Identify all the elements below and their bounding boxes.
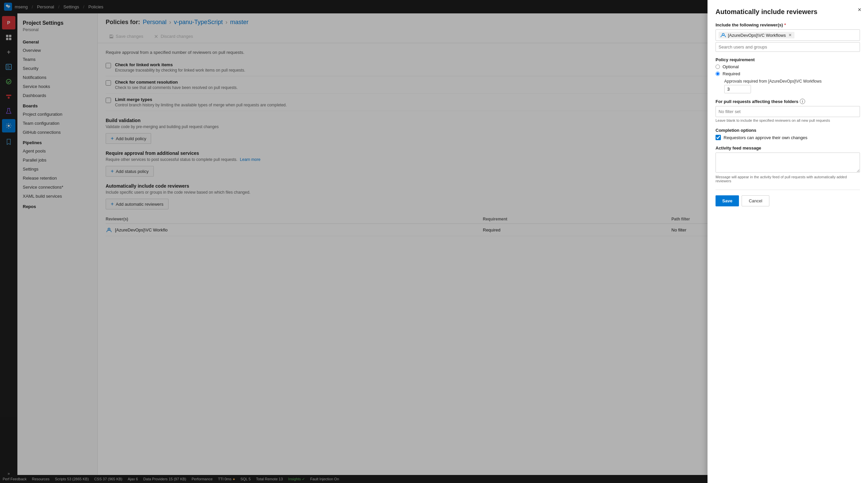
completion-checkbox[interactable] (716, 135, 721, 140)
folders-section: For pull requests affecting these folder… (716, 99, 860, 122)
reviewer-tag-icon (720, 32, 726, 38)
radio-optional-text: Optional (722, 64, 739, 69)
policy-requirement-section: Policy requirement Optional Required App… (716, 57, 860, 93)
reviewer-tag: [AzureDevOps]\VC Workflows ✕ (718, 32, 795, 38)
reviewer-tag-container: [AzureDevOps]\VC Workflows ✕ (716, 29, 860, 41)
activity-label: Activity feed message (716, 146, 860, 151)
reviewer-label: Include the following reviewer(s) * (716, 22, 860, 27)
folders-label: For pull requests affecting these folder… (716, 99, 860, 104)
reviewer-tag-remove[interactable]: ✕ (788, 33, 793, 37)
radio-optional-label[interactable]: Optional (716, 64, 860, 69)
radio-required[interactable] (716, 71, 720, 76)
approvals-label: Approvals required from [AzureDevOps]\VC… (724, 79, 860, 84)
policy-req-label: Policy requirement (716, 57, 860, 62)
modal-save-button[interactable]: Save (716, 195, 739, 206)
radio-optional[interactable] (716, 65, 720, 69)
modal-close-button[interactable]: × (858, 7, 861, 13)
modal-cancel-button[interactable]: Cancel (742, 195, 769, 206)
radio-required-text: Required (722, 71, 740, 76)
activity-textarea[interactable] (716, 153, 860, 173)
modal-panel: Automatically include reviewers × Includ… (708, 0, 868, 483)
reviewer-tag-name: [AzureDevOps]\VC Workflows (728, 33, 786, 38)
activity-section: Activity feed message Message will appea… (716, 146, 860, 183)
modal-footer: Save Cancel (716, 193, 860, 206)
activity-hint: Message will appear in the activity feed… (716, 175, 860, 183)
approvals-input[interactable] (724, 85, 751, 93)
required-indicator: * (784, 22, 786, 27)
search-users-input[interactable] (716, 42, 860, 52)
completion-section: Completion options Requestors can approv… (716, 128, 860, 140)
modal-title: Automatically include reviewers (716, 8, 860, 16)
modal-overlay: Automatically include reviewers × Includ… (0, 0, 868, 483)
modal-divider (716, 190, 860, 190)
folders-input[interactable] (716, 106, 860, 117)
radio-group: Optional Required (716, 64, 860, 76)
completion-checkbox-label[interactable]: Requestors can approve their own changes (716, 135, 860, 140)
folders-info-icon: i (800, 99, 805, 104)
radio-required-label[interactable]: Required (716, 71, 860, 76)
folders-hint: Leave blank to include the specified rev… (716, 118, 860, 122)
completion-checkbox-text: Requestors can approve their own changes (723, 135, 807, 140)
completion-label: Completion options (716, 128, 860, 133)
